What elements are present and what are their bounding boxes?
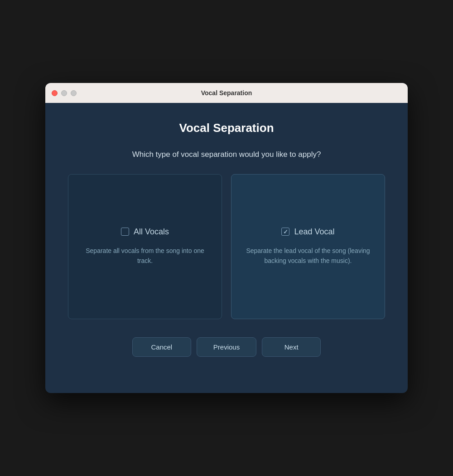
window-controls: [52, 90, 77, 96]
option-label-lead-vocal: Lead Vocal: [294, 227, 334, 237]
option-header-all-vocals: All Vocals: [121, 227, 169, 237]
minimize-button[interactable]: [61, 90, 67, 96]
footer-buttons: Cancel Previous Next: [68, 337, 385, 375]
cancel-button[interactable]: Cancel: [132, 337, 191, 357]
option-desc-lead-vocal: Separate the lead vocal of the song (lea…: [245, 246, 371, 266]
modal-window: Vocal Separation Vocal Separation Which …: [45, 83, 408, 393]
next-button[interactable]: Next: [262, 337, 321, 357]
option-all-vocals[interactable]: All Vocals Separate all vocals from the …: [68, 174, 222, 319]
option-desc-all-vocals: Separate all vocals from the song into o…: [82, 246, 208, 266]
checkbox-lead-vocal[interactable]: [281, 228, 289, 236]
checkbox-all-vocals[interactable]: [121, 228, 129, 236]
titlebar: Vocal Separation: [45, 83, 408, 103]
maximize-button[interactable]: [71, 90, 77, 96]
close-button[interactable]: [52, 90, 58, 96]
option-header-lead-vocal: Lead Vocal: [281, 227, 334, 237]
previous-button[interactable]: Previous: [197, 337, 256, 357]
dialog-content: Vocal Separation Which type of vocal sep…: [45, 103, 408, 393]
option-lead-vocal[interactable]: Lead Vocal Separate the lead vocal of th…: [231, 174, 385, 319]
window-title: Vocal Separation: [201, 89, 252, 97]
options-container: All Vocals Separate all vocals from the …: [68, 174, 385, 319]
option-label-all-vocals: All Vocals: [134, 227, 169, 237]
question-text: Which type of vocal separation would you…: [68, 149, 385, 160]
page-title: Vocal Separation: [68, 121, 385, 135]
